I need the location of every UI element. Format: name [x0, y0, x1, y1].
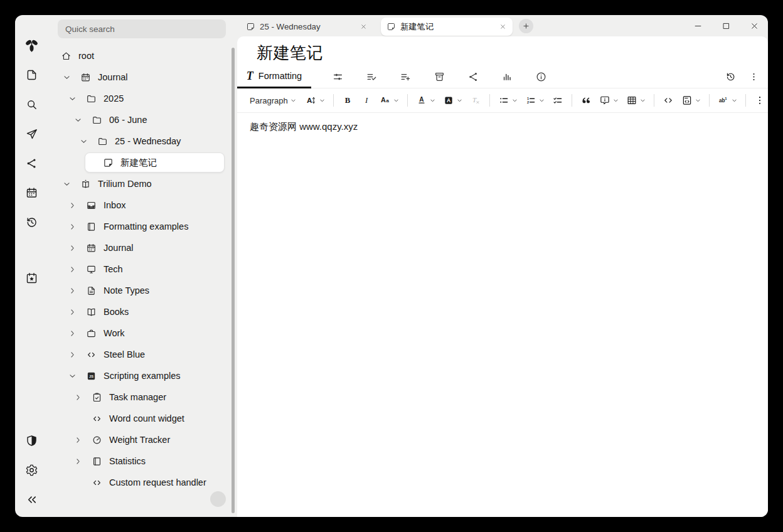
tab-basic-properties[interactable]	[329, 68, 346, 85]
chevron-down-icon	[319, 98, 325, 104]
chevron-right-icon[interactable]	[68, 244, 77, 252]
maximize-button[interactable]	[722, 21, 731, 31]
chevron-down-icon[interactable]	[63, 180, 71, 188]
tree-scrollbar[interactable]	[232, 48, 235, 513]
close-icon[interactable]	[360, 23, 367, 30]
collapse-left-icon	[25, 493, 38, 506]
chevron-right-icon[interactable]	[68, 287, 77, 295]
new-tab-button[interactable]	[519, 19, 533, 33]
chevron-right-icon[interactable]	[68, 223, 77, 231]
tree-item-note[interactable]: 新建笔记	[48, 152, 237, 173]
tree-item-work[interactable]: Work	[48, 322, 237, 344]
revisions-button[interactable]	[725, 72, 736, 82]
chevron-down-icon[interactable]	[80, 137, 88, 146]
tab-formatting[interactable]: T Formatting	[237, 65, 311, 88]
tree-item-weight-tracker[interactable]: Weight Tracker	[48, 429, 237, 450]
chevron-down-icon[interactable]	[68, 372, 77, 380]
chevron-right-icon[interactable]	[68, 351, 77, 359]
toolbar-more-button[interactable]	[751, 91, 768, 110]
tree-item-25-wednesday[interactable]: 25 - Wednesday	[48, 130, 237, 152]
chevron-right-icon[interactable]	[74, 393, 82, 402]
window-controls	[693, 21, 759, 31]
tab-owned-attributes[interactable]	[363, 68, 380, 85]
remove-format-button[interactable]: T	[467, 91, 484, 110]
tab-note-paths[interactable]	[430, 68, 448, 85]
tree-item-formatting-examples[interactable]: Formatting examples	[48, 216, 237, 237]
launcher-recent-changes-button[interactable]	[15, 208, 48, 237]
gear-icon	[25, 464, 38, 477]
font-family-button[interactable]: Aa	[376, 91, 402, 110]
chevron-right-icon[interactable]	[68, 308, 77, 316]
tab-note-map[interactable]	[464, 68, 482, 85]
note-title[interactable]: 新建笔记	[257, 42, 758, 64]
tab-note-info[interactable]	[532, 68, 550, 85]
chevron-right-icon[interactable]	[68, 329, 77, 338]
tree-item-inbox[interactable]: Inbox	[48, 194, 237, 216]
bulleted-list-button[interactable]	[495, 91, 521, 110]
launcher-jump-to-button[interactable]	[15, 119, 48, 149]
insert-table-button[interactable]	[623, 91, 649, 110]
tab-note[interactable]: 新建笔记	[381, 18, 513, 36]
tree-item-tech[interactable]: Tech	[48, 258, 237, 280]
numbered-list-button[interactable]: 12	[522, 91, 548, 110]
tree-item-books[interactable]: Books	[48, 301, 237, 322]
launcher-trilium-logo-button[interactable]	[15, 31, 48, 60]
tree-item-trilium-demo[interactable]: Trilium Demo	[48, 173, 237, 194]
chevron-down-icon[interactable]	[63, 73, 71, 82]
tree-item-journal[interactable]: Journal	[48, 237, 237, 258]
toolbar-separator	[654, 94, 654, 107]
chevron-right-icon[interactable]	[68, 201, 77, 210]
note-editor[interactable]: 趣奇资源网 www.qqzy.xyz	[237, 113, 768, 517]
tree-item-06-june[interactable]: 06 - June	[48, 109, 237, 130]
bold-button[interactable]: B	[339, 91, 356, 110]
background-color-button[interactable]: A	[440, 91, 466, 110]
launcher-settings-button[interactable]	[15, 455, 48, 485]
launcher-protected-session-button[interactable]	[15, 426, 48, 455]
code-block-button[interactable]	[678, 91, 704, 110]
tree-item-steel-blue[interactable]: Steel Blue	[48, 344, 237, 365]
chevron-right-icon[interactable]	[74, 457, 82, 466]
tree-item-2025[interactable]: 2025	[48, 88, 237, 109]
chevron-right-icon[interactable]	[68, 265, 77, 274]
tree-item-statistics[interactable]: Statistics	[48, 450, 237, 472]
block-quote-icon	[580, 95, 592, 106]
tab-25-wednesday[interactable]: 25 - Wednesday	[240, 18, 373, 36]
tree-item-task-manager[interactable]: Task manager	[48, 386, 237, 408]
italic-button[interactable]: I	[358, 91, 375, 110]
font-size-button[interactable]: A	[302, 91, 328, 110]
paragraph-style-button[interactable]: Paragraph	[245, 91, 301, 110]
tree-item-root[interactable]: root	[48, 45, 237, 66]
minimize-button[interactable]	[693, 21, 703, 31]
launcher-bookmarks-button[interactable]	[15, 263, 48, 293]
todo-list-button[interactable]	[549, 91, 567, 110]
ribbon-more-button[interactable]	[748, 72, 759, 82]
inline-code-button[interactable]	[659, 91, 677, 110]
launcher-collapse-pane-button[interactable]	[15, 485, 48, 514]
tree-item-note-types[interactable]: Note Types	[48, 280, 237, 301]
close-icon[interactable]	[499, 23, 506, 30]
tree-item-custom-request-handler[interactable]: Custom request handler	[48, 472, 237, 493]
tab-similar-notes[interactable]	[498, 68, 516, 85]
launcher-search-button[interactable]	[15, 90, 48, 119]
svg-text:JS: JS	[89, 375, 93, 378]
font-color-button[interactable]: A	[413, 91, 439, 110]
book-open-icon	[86, 307, 97, 317]
chevron-down-icon[interactable]	[74, 116, 82, 124]
admonition-button[interactable]	[596, 91, 622, 110]
tree-item-journal[interactable]: Journal	[48, 66, 237, 88]
recent-changes-icon	[25, 216, 38, 229]
quick-search-input[interactable]: Quick search	[58, 19, 226, 38]
chevron-right-icon[interactable]	[74, 436, 82, 444]
tree-item-word-count-widget[interactable]: Word count widget	[48, 408, 237, 429]
tab-inherited-attributes[interactable]	[397, 68, 414, 85]
footnote-button[interactable]: ab1	[715, 91, 740, 110]
launcher-new-note-button[interactable]	[15, 60, 48, 90]
block-quote-button[interactable]	[577, 91, 595, 110]
note-content-text: 趣奇资源网 www.qqzy.xyz	[250, 121, 755, 133]
tree-actions-button[interactable]	[210, 491, 226, 507]
launcher-note-map-button[interactable]	[15, 149, 48, 178]
launcher-calendar-button[interactable]	[15, 178, 48, 208]
close-button[interactable]	[750, 21, 759, 31]
tree-item-scripting-examples[interactable]: JSScripting examples	[48, 365, 237, 386]
chevron-down-icon[interactable]	[68, 95, 77, 103]
